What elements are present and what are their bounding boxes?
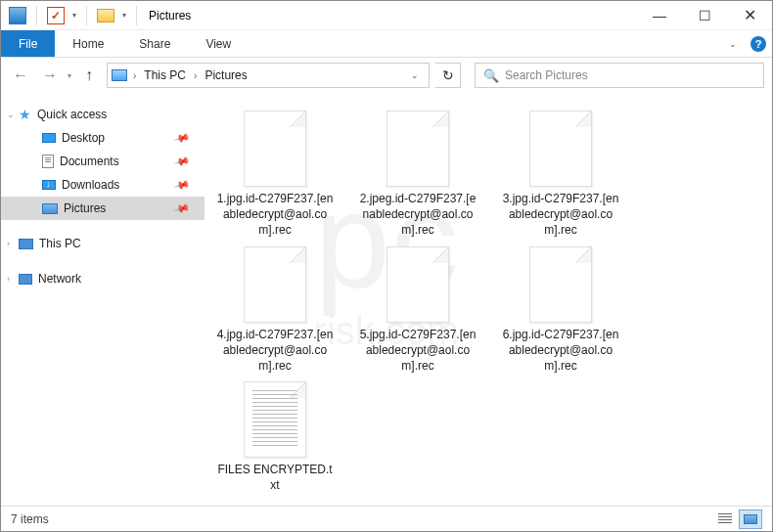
pin-icon: 📌: [173, 129, 192, 147]
help-button[interactable]: ?: [745, 30, 772, 57]
properties-icon[interactable]: ✓: [47, 7, 65, 24]
ribbon-collapse-icon[interactable]: ⌄: [721, 30, 745, 57]
sidebar-item-label: Network: [38, 272, 81, 286]
file-icon: [529, 111, 592, 187]
maximize-button[interactable]: ☐: [682, 1, 727, 30]
up-button[interactable]: ↑: [77, 64, 101, 87]
icons-view-icon: [744, 514, 757, 524]
breadcrumb-sep-icon[interactable]: ›: [192, 70, 199, 81]
search-input[interactable]: 🔍 Search Pictures: [475, 63, 764, 88]
search-placeholder: Search Pictures: [505, 68, 588, 82]
details-view-icon: [718, 513, 732, 525]
pin-icon: 📌: [173, 153, 192, 170]
breadcrumb-current[interactable]: Pictures: [203, 68, 249, 82]
file-icon: [244, 111, 306, 187]
expand-caret-icon[interactable]: ›: [7, 239, 10, 248]
downloads-icon: [42, 180, 56, 190]
expand-caret-icon[interactable]: ⌄: [7, 110, 15, 119]
pc-icon: [19, 239, 33, 249]
file-label: 4.jpg.id-C279F237.[enabledecrypt@aol.com…: [216, 327, 334, 375]
explorer-icon[interactable]: [9, 7, 26, 24]
close-button[interactable]: ✕: [727, 1, 772, 30]
sidebar-item-documents[interactable]: Documents 📌: [1, 150, 205, 173]
sidebar-item-downloads[interactable]: Downloads 📌: [1, 173, 205, 197]
pin-icon: 📌: [173, 200, 192, 217]
pictures-icon: [42, 203, 58, 214]
file-item[interactable]: 5.jpg.id-C279F237.[enabledecrypt@aol.com…: [359, 246, 477, 375]
sidebar-quick-access[interactable]: ⌄ ★ Quick access: [1, 103, 205, 126]
window-title: Pictures: [149, 9, 191, 22]
history-dropdown-icon[interactable]: ▾: [68, 71, 71, 80]
titlebar: ✓ ▾ ▾ Pictures — ☐ ✕: [1, 1, 772, 30]
file-icon: [529, 246, 592, 323]
file-tab[interactable]: File: [1, 30, 55, 57]
network-icon: [19, 274, 32, 285]
forward-button[interactable]: →: [38, 64, 62, 87]
file-item[interactable]: 1.jpg.id-C279F237.[enabledecrypt@aol.com…: [216, 111, 334, 239]
file-item[interactable]: 3.jpg.id-C279F237.[enabledecrypt@aol.com…: [502, 111, 619, 239]
item-count: 7 items: [11, 512, 49, 526]
search-icon: 🔍: [483, 68, 499, 83]
file-item[interactable]: 6.jpg.id-C279F237.[enabledecrypt@aol.com…: [502, 246, 619, 375]
file-label: 5.jpg.id-C279F237.[enabledecrypt@aol.com…: [359, 327, 477, 375]
quick-access-toolbar: ✓ ▾ ▾: [1, 6, 141, 25]
sidebar-this-pc[interactable]: › This PC: [1, 232, 205, 255]
location-icon: [112, 69, 127, 81]
file-label: 6.jpg.id-C279F237.[enabledecrypt@aol.com…: [502, 327, 619, 375]
sidebar-item-label: Downloads: [62, 178, 119, 192]
qat-dropdown-icon[interactable]: ▾: [72, 11, 76, 20]
tab-home[interactable]: Home: [55, 30, 121, 57]
ribbon: File Home Share View ⌄ ?: [1, 30, 772, 58]
file-icon: [244, 246, 306, 323]
file-label: 1.jpg.id-C279F237.[enabledecrypt@aol.com…: [216, 191, 334, 239]
file-label: 3.jpg.id-C279F237.[enabledecrypt@aol.com…: [502, 191, 619, 239]
file-icon: [386, 111, 449, 187]
qat-divider-2: [86, 6, 87, 25]
icons-view-button[interactable]: [739, 510, 762, 529]
navigation-bar: ← → ▾ ↑ › This PC › Pictures ⌄ ↻ 🔍 Searc…: [1, 58, 772, 93]
back-button[interactable]: ←: [9, 64, 32, 87]
desktop-icon: [42, 133, 56, 143]
sidebar-network[interactable]: › Network: [1, 267, 205, 290]
file-label: FILES ENCRYPTED.txt: [216, 462, 334, 493]
tab-view[interactable]: View: [188, 30, 249, 57]
sidebar-item-desktop[interactable]: Desktop 📌: [1, 126, 205, 150]
navigation-pane: ⌄ ★ Quick access Desktop 📌 Documents 📌 D…: [1, 93, 205, 508]
sidebar-item-pictures[interactable]: Pictures 📌: [1, 197, 205, 220]
file-label: 2.jpeg.id-C279F237.[enabledecrypt@aol.co…: [359, 191, 477, 239]
refresh-button[interactable]: ↻: [435, 63, 461, 88]
window-controls: — ☐ ✕: [637, 1, 772, 30]
pin-icon: 📌: [173, 176, 192, 194]
status-bar: 7 items: [1, 506, 772, 531]
file-icon: [386, 246, 449, 323]
help-icon: ?: [750, 36, 766, 52]
file-item[interactable]: FILES ENCRYPTED.txt: [216, 381, 334, 493]
qat-divider-3: [136, 6, 137, 25]
breadcrumb-sep-icon[interactable]: ›: [131, 70, 138, 81]
qat-divider: [36, 6, 37, 25]
minimize-button[interactable]: —: [637, 1, 682, 30]
qat-dropdown-icon-2[interactable]: ▾: [122, 11, 126, 20]
sidebar-item-label: Pictures: [64, 201, 106, 215]
file-item[interactable]: 2.jpeg.id-C279F237.[enabledecrypt@aol.co…: [359, 111, 477, 239]
expand-caret-icon[interactable]: ›: [7, 274, 10, 284]
text-file-icon: [244, 381, 306, 458]
details-view-button[interactable]: [713, 510, 737, 529]
sidebar-item-label: This PC: [39, 237, 81, 250]
address-dropdown-icon[interactable]: ⌄: [405, 70, 425, 80]
sidebar-item-label: Quick access: [37, 108, 107, 121]
file-item[interactable]: 4.jpg.id-C279F237.[enabledecrypt@aol.com…: [216, 246, 334, 375]
breadcrumb-root[interactable]: This PC: [142, 68, 188, 82]
file-list[interactable]: 1.jpg.id-C279F237.[enabledecrypt@aol.com…: [205, 93, 772, 508]
sidebar-item-label: Documents: [60, 155, 119, 168]
star-icon: ★: [19, 107, 31, 122]
folder-icon[interactable]: [97, 9, 114, 22]
sidebar-item-label: Desktop: [62, 131, 105, 145]
document-icon: [42, 155, 54, 168]
tab-share[interactable]: Share: [121, 30, 188, 57]
address-bar[interactable]: › This PC › Pictures ⌄: [107, 63, 430, 88]
